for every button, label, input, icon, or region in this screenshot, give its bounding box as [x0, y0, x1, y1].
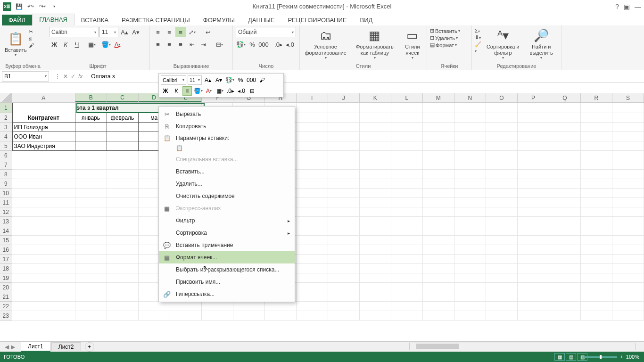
cell[interactable]: [423, 236, 454, 245]
row-header-2[interactable]: 2: [0, 113, 12, 123]
cell[interactable]: [75, 151, 107, 160]
cell[interactable]: [297, 302, 328, 311]
find-select-button[interactable]: 🔎Найти и выделить▾: [524, 27, 558, 62]
cell[interactable]: [107, 255, 139, 264]
cell[interactable]: [423, 302, 454, 311]
cell[interactable]: [12, 264, 75, 273]
cell[interactable]: [518, 264, 549, 273]
cell[interactable]: [612, 198, 644, 207]
cell[interactable]: [391, 151, 423, 160]
cell[interactable]: [297, 283, 328, 292]
font-color-icon[interactable]: A▾: [112, 39, 123, 49]
row-header-3[interactable]: 3: [0, 123, 12, 132]
tab-view[interactable]: ВИД: [353, 15, 379, 25]
cell[interactable]: [423, 264, 454, 273]
cell[interactable]: [486, 207, 518, 217]
tab-insert[interactable]: ВСТАВКА: [74, 15, 115, 25]
cell[interactable]: [423, 179, 454, 189]
cell[interactable]: [612, 123, 644, 132]
increase-decimal-icon[interactable]: .0▸: [273, 39, 284, 49]
cell[interactable]: [107, 302, 139, 311]
cell[interactable]: [423, 170, 454, 179]
cell[interactable]: [486, 179, 518, 189]
cell[interactable]: [139, 302, 170, 311]
format-painter-icon[interactable]: 🖌: [29, 42, 34, 48]
cell[interactable]: [454, 189, 486, 198]
cell[interactable]: [107, 311, 139, 321]
page-layout-icon[interactable]: ▤: [566, 353, 576, 361]
cell[interactable]: [486, 255, 518, 264]
cell[interactable]: [391, 255, 423, 264]
menu-filter[interactable]: Фильтр▸: [159, 214, 295, 227]
row-header[interactable]: 21: [0, 292, 12, 302]
row-header[interactable]: 16: [0, 245, 12, 255]
row-header-4[interactable]: 4: [0, 132, 12, 141]
cell[interactable]: [391, 123, 423, 132]
cell[interactable]: [328, 302, 360, 311]
cell[interactable]: [581, 123, 612, 132]
cell[interactable]: [328, 113, 360, 123]
cell[interactable]: [297, 123, 328, 132]
mini-font-size[interactable]: 11▾: [188, 75, 202, 85]
cell[interactable]: [612, 217, 644, 226]
cell[interactable]: [612, 236, 644, 245]
row-header-5[interactable]: 5: [0, 141, 12, 151]
cell[interactable]: [581, 103, 612, 113]
cell[interactable]: [360, 132, 391, 141]
cell[interactable]: [107, 245, 139, 255]
horizontal-scrollbar[interactable]: [409, 343, 636, 350]
cell[interactable]: [170, 311, 202, 321]
cell[interactable]: [549, 103, 581, 113]
spreadsheet-grid[interactable]: A B C D E F G H I J K L M N O P Q R S 1 …: [0, 93, 644, 343]
cell[interactable]: [12, 311, 75, 321]
cell[interactable]: [454, 236, 486, 245]
cell[interactable]: [486, 160, 518, 170]
cell[interactable]: [612, 226, 644, 236]
cell[interactable]: [581, 141, 612, 151]
cell[interactable]: [423, 255, 454, 264]
cell[interactable]: [328, 189, 360, 198]
cell[interactable]: [360, 264, 391, 273]
cell[interactable]: [549, 236, 581, 245]
cell[interactable]: [486, 170, 518, 179]
border-icon[interactable]: ▦▾: [87, 39, 97, 49]
cell[interactable]: [297, 103, 328, 113]
cell[interactable]: [297, 264, 328, 273]
cell[interactable]: [12, 236, 75, 245]
cell[interactable]: [328, 198, 360, 207]
cell[interactable]: [454, 113, 486, 123]
cell[interactable]: [328, 123, 360, 132]
cell[interactable]: [360, 198, 391, 207]
tab-formulas[interactable]: ФОРМУЛЫ: [197, 15, 241, 25]
cell[interactable]: [486, 264, 518, 273]
cell[interactable]: [423, 226, 454, 236]
cell[interactable]: [297, 207, 328, 217]
tab-page-layout[interactable]: РАЗМЕТКА СТРАНИЦЫ: [115, 15, 197, 25]
cell[interactable]: [360, 151, 391, 160]
cell[interactable]: [202, 302, 233, 311]
paste-option-icon[interactable]: 📋: [176, 145, 295, 151]
cell[interactable]: [75, 273, 107, 283]
cell[interactable]: [581, 160, 612, 170]
align-right-icon[interactable]: ≡: [175, 39, 186, 49]
menu-pick-from-dropdown[interactable]: Выбрать из раскрывающегося списка...: [159, 263, 295, 276]
cell[interactable]: [612, 255, 644, 264]
name-box[interactable]: B1▾: [2, 71, 49, 82]
cell[interactable]: [360, 273, 391, 283]
mini-inc-decimal-icon[interactable]: .0▸: [226, 86, 235, 96]
cell[interactable]: [328, 179, 360, 189]
cell[interactable]: [518, 170, 549, 179]
cell[interactable]: [549, 226, 581, 236]
cell[interactable]: [581, 113, 612, 123]
cell[interactable]: [75, 207, 107, 217]
align-middle-icon[interactable]: ≡: [164, 27, 174, 37]
mini-format-painter-icon[interactable]: 🖌: [257, 75, 267, 85]
cell[interactable]: [612, 189, 644, 198]
cell[interactable]: [581, 198, 612, 207]
menu-clear[interactable]: Очистить содержимое: [159, 190, 295, 202]
cell[interactable]: [107, 160, 139, 170]
cell[interactable]: [518, 255, 549, 264]
cell[interactable]: [454, 245, 486, 255]
tab-home[interactable]: ГЛАВНАЯ: [32, 14, 74, 25]
cell[interactable]: [391, 103, 423, 113]
